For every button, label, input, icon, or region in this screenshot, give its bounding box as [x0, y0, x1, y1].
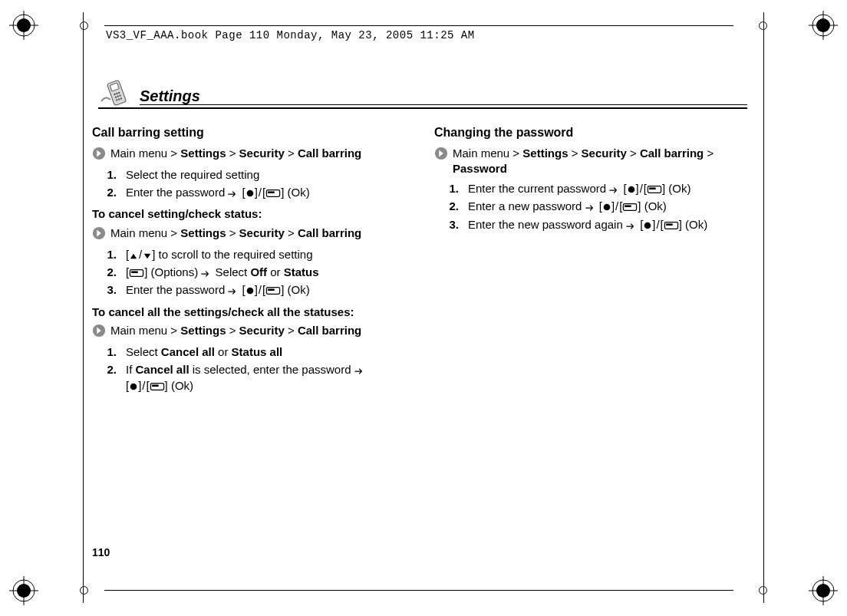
arrow-right-icon — [354, 367, 365, 375]
reg-mark-bl — [9, 576, 38, 605]
right-heading: Changing the password — [434, 124, 752, 141]
breadcrumb: Main menu > Settings > Security > Call b… — [92, 226, 410, 242]
list-item: 1. Enter the current password [] / [] (O… — [443, 181, 752, 196]
center-key-icon — [643, 221, 652, 230]
crop-dot — [759, 21, 767, 30]
list-item: 2. [] (Options) Select Off or Status — [101, 265, 410, 280]
steps-list: 1.Select the required setting 2. Enter t… — [101, 167, 410, 201]
center-key-icon — [246, 286, 255, 295]
crop-line-left — [83, 12, 84, 603]
softkey-icon — [265, 189, 281, 198]
breadcrumb-text: Main menu > Settings > Security > Call b… — [110, 226, 410, 241]
left-column: Call barring setting Main menu > Setting… — [92, 121, 410, 400]
section-title: Settings — [140, 87, 200, 105]
crop-dot — [80, 21, 88, 30]
center-key-icon — [129, 382, 138, 391]
steps-list: 1. [ / ] to scroll to the required setti… — [101, 247, 410, 298]
page-number: 110 — [92, 546, 110, 558]
reg-mark-tr — [809, 11, 838, 40]
list-item: 3. Enter the password [] / [] (Ok) — [101, 282, 410, 298]
softkey-icon — [265, 286, 281, 295]
breadcrumb: Main menu > Settings > Security > Call b… — [92, 146, 410, 163]
list-item: 3. Enter the new password again [] / [] … — [443, 217, 752, 232]
nav-arrow-icon — [92, 226, 106, 242]
page: VS3_VF_AAA.book Page 110 Monday, May 23,… — [0, 0, 847, 616]
arrow-right-icon — [626, 222, 637, 230]
breadcrumb: Main menu > Settings > Security > Call b… — [92, 323, 410, 340]
content-columns: Call barring setting Main menu > Setting… — [92, 121, 752, 400]
cancel-all-heading: To cancel all the settings/check all the… — [92, 305, 410, 320]
center-key-icon — [627, 185, 636, 194]
softkey-icon — [622, 203, 638, 212]
arrow-right-icon — [228, 288, 239, 295]
steps-list: 1. Enter the current password [] / [] (O… — [443, 181, 752, 232]
right-column: Changing the password Main menu > Settin… — [434, 121, 752, 400]
section-rule — [98, 107, 747, 109]
breadcrumb-text: Main menu > Settings > Security > Call b… — [110, 323, 410, 338]
list-item: 1. [ / ] to scroll to the required setti… — [101, 247, 410, 262]
arrow-right-icon — [585, 204, 596, 212]
down-icon — [143, 252, 152, 260]
running-header: VS3_VF_AAA.book Page 110 Monday, May 23,… — [106, 29, 475, 41]
up-icon — [129, 252, 138, 260]
arrow-right-icon — [228, 190, 239, 198]
softkey-icon — [129, 268, 144, 278]
left-heading: Call barring setting — [92, 124, 410, 141]
breadcrumb: Main menu > Settings > Security > Call b… — [434, 146, 752, 177]
arrow-right-icon — [201, 270, 212, 278]
center-key-icon — [602, 203, 611, 212]
crop-line-right — [763, 12, 764, 603]
list-item: 1.Select the required setting — [101, 167, 410, 183]
reg-mark-tl — [9, 11, 38, 40]
nav-arrow-icon — [434, 147, 448, 163]
softkey-icon — [150, 382, 165, 391]
softkey-icon — [647, 185, 662, 194]
crop-line-top — [104, 25, 733, 26]
crop-dot — [80, 586, 88, 595]
reg-mark-br — [809, 576, 838, 605]
list-item: 2. If Cancel all is selected, enter the … — [101, 362, 410, 394]
softkey-icon — [664, 221, 679, 230]
list-item: 1. Select Cancel all or Status all — [101, 344, 410, 360]
arrow-right-icon — [609, 186, 620, 194]
steps-list: 1. Select Cancel all or Status all 2. If… — [101, 344, 410, 394]
breadcrumb-text: Main menu > Settings > Security > Call b… — [453, 146, 752, 177]
list-item: 2. Enter a new password [] / [] (Ok) — [443, 199, 752, 214]
cancel-heading: To cancel setting/check status: — [92, 206, 410, 222]
center-key-icon — [246, 189, 255, 198]
phone-icon — [98, 80, 135, 109]
crop-dot — [759, 586, 767, 595]
breadcrumb-text: Main menu > Settings > Security > Call b… — [110, 146, 410, 161]
section-rule-thin — [140, 104, 747, 105]
nav-arrow-icon — [92, 324, 106, 340]
list-item: 2. Enter the password [] / [] (Ok) — [101, 185, 410, 200]
nav-arrow-icon — [92, 147, 106, 163]
crop-line-bottom — [104, 590, 733, 591]
